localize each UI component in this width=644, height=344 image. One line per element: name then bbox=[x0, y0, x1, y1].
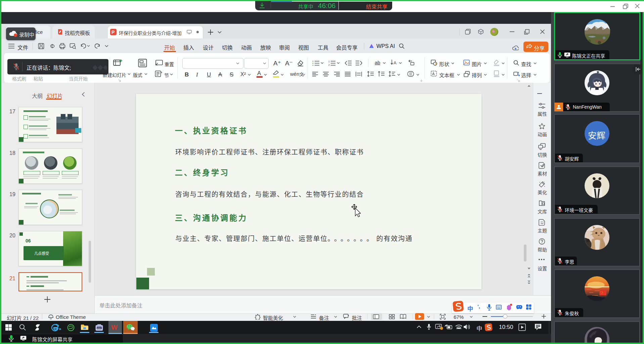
svg-text:ICO: ICO bbox=[97, 327, 101, 329]
svg-text:A: A bbox=[394, 60, 397, 65]
svg-text:A: A bbox=[432, 72, 435, 76]
svg-text:2: 2 bbox=[328, 64, 330, 66]
svg-text:1: 1 bbox=[328, 60, 330, 63]
